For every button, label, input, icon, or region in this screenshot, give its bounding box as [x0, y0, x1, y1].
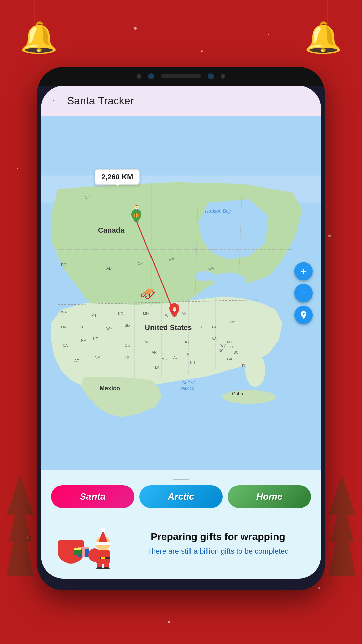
svg-text:NT: NT	[84, 195, 91, 200]
svg-text:Cuba: Cuba	[232, 391, 243, 396]
tree-left-icon	[7, 475, 34, 577]
svg-text:MI: MI	[182, 312, 186, 316]
bottom-panel: Santa Arctic Home	[41, 470, 321, 579]
svg-text:NY: NY	[230, 320, 235, 324]
svg-text:MT: MT	[91, 313, 97, 317]
back-button[interactable]: ←	[51, 95, 60, 106]
svg-text:MD: MD	[227, 340, 232, 344]
tree-right-icon	[328, 475, 355, 577]
svg-text:NM: NM	[95, 355, 100, 359]
svg-text:AZ: AZ	[74, 359, 79, 363]
info-section: Preparing gifts for wrapping There are s…	[51, 518, 311, 569]
tab-santa[interactable]: Santa	[51, 485, 134, 508]
svg-text:Mexico: Mexico	[180, 386, 194, 391]
svg-point-7	[195, 271, 215, 281]
svg-point-99	[96, 567, 103, 569]
notch-camera-2	[208, 73, 214, 79]
svg-text:MN: MN	[143, 312, 149, 316]
svg-rect-89	[74, 548, 81, 550]
svg-text:ND: ND	[118, 312, 123, 316]
notch-dot-1	[137, 74, 141, 79]
svg-text:TX: TX	[125, 355, 130, 359]
tab-buttons: Santa Arctic Home	[51, 485, 311, 508]
svg-text:NH: NH	[190, 361, 195, 364]
svg-text:NV: NV	[81, 338, 86, 342]
bell-right-icon: 🔔	[304, 20, 342, 55]
svg-text:WY: WY	[106, 327, 112, 331]
app-content: ← Santa Tracker	[41, 86, 321, 579]
notch-dot-2	[221, 74, 225, 79]
svg-text:Canada: Canada	[98, 226, 125, 234]
svg-text:NE: NE	[145, 325, 150, 329]
svg-text:OK: OK	[125, 343, 130, 347]
svg-text:FL: FL	[242, 364, 246, 368]
bell-left-icon: 🔔	[20, 20, 58, 55]
svg-text:LA: LA	[155, 365, 160, 369]
svg-point-94	[101, 528, 105, 532]
svg-rect-93	[96, 542, 110, 545]
svg-text:TN: TN	[185, 352, 189, 356]
svg-text:Mexico: Mexico	[100, 385, 120, 392]
svg-rect-96	[101, 557, 105, 559]
phone-frame: ← Santa Tracker	[37, 67, 325, 590]
svg-text:MS: MS	[162, 357, 167, 361]
svg-text:OH: OH	[197, 325, 202, 329]
svg-text:IA: IA	[162, 325, 165, 329]
svg-point-4	[222, 390, 276, 404]
svg-text:VA: VA	[212, 337, 217, 341]
svg-marker-0	[7, 475, 34, 576]
svg-text:OR: OR	[61, 325, 67, 329]
svg-text:SC: SC	[234, 351, 238, 354]
svg-text:United States: United States	[145, 323, 192, 332]
svg-marker-1	[328, 475, 355, 576]
tab-home[interactable]: Home	[228, 485, 311, 508]
svg-text:AB: AB	[106, 266, 112, 271]
svg-text:🎅: 🎅	[134, 205, 139, 210]
svg-text:WV: WV	[220, 344, 226, 347]
svg-text:PA: PA	[212, 325, 217, 329]
tab-arctic[interactable]: Arctic	[139, 485, 223, 508]
zoom-in-button[interactable]: +	[294, 262, 313, 280]
svg-text:WI: WI	[165, 313, 169, 317]
svg-text:Hudson Bay: Hudson Bay	[205, 208, 231, 214]
zoom-out-button[interactable]: −	[294, 284, 313, 302]
svg-text:🎁: 🎁	[134, 212, 140, 218]
svg-text:SD: SD	[125, 323, 130, 327]
svg-text:IL: IL	[182, 327, 185, 331]
notch-speaker	[161, 74, 201, 78]
svg-text:DE: DE	[230, 345, 235, 349]
svg-point-6	[212, 273, 245, 286]
svg-text:ID: ID	[79, 325, 83, 329]
info-title: Preparing gifts for wrapping	[125, 530, 311, 543]
svg-point-5	[245, 354, 265, 387]
info-image	[51, 518, 118, 569]
app-header: ← Santa Tracker	[41, 86, 321, 116]
svg-text:MO: MO	[145, 340, 151, 344]
svg-text:BC: BC	[61, 263, 67, 267]
svg-text:SK: SK	[138, 261, 143, 266]
svg-point-100	[103, 567, 110, 569]
map-svg: 🎁 🎅 🛷 🎅 Canada United S	[41, 116, 321, 470]
info-subtitle: There are still a billion gifts to be co…	[125, 546, 311, 557]
svg-text:KY: KY	[185, 340, 190, 344]
distance-callout: 2,260 KM	[95, 169, 140, 185]
svg-text:AL: AL	[173, 356, 178, 359]
svg-text:AR: AR	[152, 350, 157, 354]
notch-camera	[148, 73, 154, 79]
svg-text:NC: NC	[219, 349, 223, 353]
svg-text:CA: CA	[63, 343, 68, 347]
svg-text:MB: MB	[168, 258, 174, 262]
svg-rect-87	[82, 547, 85, 557]
header-title: Santa Tracker	[67, 95, 134, 107]
location-button[interactable]	[294, 306, 313, 324]
map-area[interactable]: 🎁 🎅 🛷 🎅 Canada United S	[41, 116, 321, 470]
svg-text:🛷: 🛷	[140, 286, 156, 302]
zoom-controls: + −	[294, 262, 313, 324]
info-text: Preparing gifts for wrapping There are s…	[125, 530, 311, 557]
svg-text:🎅: 🎅	[172, 306, 178, 312]
svg-text:Gulf of: Gulf of	[182, 380, 195, 385]
distance-text: 2,260 KM	[101, 173, 133, 181]
svg-text:UT: UT	[93, 337, 98, 341]
phone-notch	[37, 67, 325, 86]
svg-point-101	[88, 548, 101, 562]
